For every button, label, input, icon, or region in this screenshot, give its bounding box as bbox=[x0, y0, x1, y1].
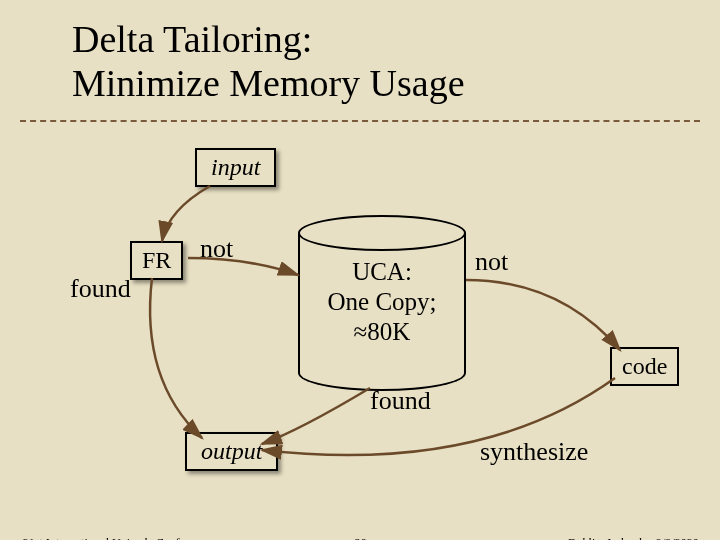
title-line1: Delta Tailoring:Minimize Memory Usage bbox=[72, 18, 465, 104]
uca-cylinder: UCA: One Copy; ≈80K bbox=[298, 215, 466, 375]
arrow-input-fr bbox=[162, 186, 210, 241]
not-label-2: not bbox=[475, 247, 508, 277]
slide-title: Delta Tailoring:Minimize Memory Usage bbox=[72, 18, 465, 105]
input-box: input bbox=[195, 148, 276, 187]
code-label: code bbox=[622, 353, 667, 379]
not-label-1: not bbox=[200, 234, 233, 264]
cylinder-line1: UCA: bbox=[298, 257, 466, 287]
title-divider bbox=[20, 120, 700, 122]
arrow-uca-code bbox=[466, 280, 620, 350]
cylinder-line3: ≈80K bbox=[298, 317, 466, 347]
code-box: code bbox=[610, 347, 679, 386]
arrow-fr-output bbox=[150, 278, 202, 438]
fr-box: FR bbox=[130, 241, 183, 280]
cylinder-top bbox=[298, 215, 466, 251]
cylinder-line2: One Copy; bbox=[298, 287, 466, 317]
footer-right: Dublin, Ireland -- 9/9/2020 bbox=[567, 536, 698, 540]
found-label-1: found bbox=[70, 274, 131, 304]
input-label: input bbox=[211, 154, 260, 180]
cylinder-text: UCA: One Copy; ≈80K bbox=[298, 257, 466, 347]
output-label: output bbox=[201, 438, 262, 464]
fr-label: FR bbox=[142, 247, 171, 273]
found-label-2: found bbox=[370, 386, 431, 416]
synthesize-label: synthesize bbox=[480, 437, 588, 467]
output-box: output bbox=[185, 432, 278, 471]
